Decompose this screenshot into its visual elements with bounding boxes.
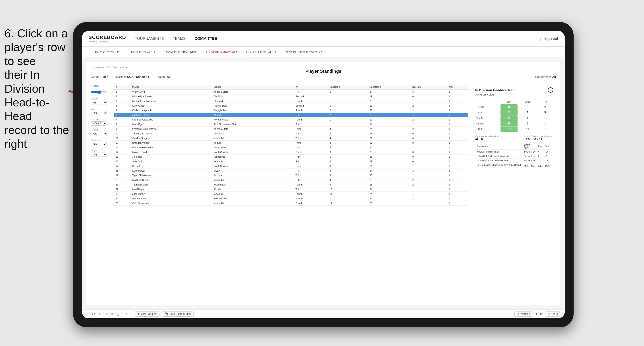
tab-player-summary[interactable]: PLAYER SUMMARY bbox=[202, 47, 242, 57]
cell-player: Mats Ege bbox=[131, 122, 212, 127]
cell-conf: 24 bbox=[368, 187, 411, 192]
table-row[interactable]: 13 Phichaksn Maichon Texas A&M Third 6 3… bbox=[114, 145, 468, 150]
cell-conf: 27 bbox=[368, 103, 411, 108]
table-row[interactable]: 22 Ian Gilligan Florida Third 10 24 1 1 bbox=[114, 187, 468, 192]
sign-out-btn[interactable]: Sign out bbox=[544, 36, 558, 42]
save-custom-btn[interactable]: 💾 Save Custom View bbox=[162, 311, 194, 317]
t-col-pos: Pos bbox=[537, 143, 544, 150]
view-original-btn[interactable]: 👁 View: Original bbox=[135, 311, 160, 317]
table-row[interactable]: 4 Luke Claton Florida State Second 1 27 … bbox=[114, 103, 468, 108]
table-row[interactable]: 6 Jackson Koivun Auburn First 2 20 1 0 bbox=[114, 113, 468, 117]
nav-teams[interactable]: TEAMS bbox=[173, 36, 186, 42]
toolbar-paste[interactable]: 📋 bbox=[116, 312, 120, 316]
cell-rds: 2 bbox=[411, 182, 447, 187]
table-row[interactable]: 25 Cole Sherwood Vanderbilt Fourth 12 23… bbox=[114, 201, 468, 206]
nav-committee[interactable]: COMMITTEE bbox=[194, 36, 217, 42]
cell-rds: 2 bbox=[411, 196, 447, 201]
h2h-cell-tie: 1 bbox=[538, 115, 552, 121]
logo: SCOREBOARD bbox=[88, 34, 126, 40]
toolbar-redo[interactable]: ↪ bbox=[98, 312, 100, 316]
cell-player: Jackson Koivun bbox=[131, 113, 212, 117]
nav-tournaments[interactable]: TOURNAMENTS bbox=[135, 36, 164, 42]
table-row[interactable]: 15 Jake Hall Tennessee Fifth 6 18 0 1 bbox=[114, 155, 468, 159]
cell-player: Tiger Christensen bbox=[131, 173, 212, 178]
tab-player-h2h-heatmap[interactable]: PLAYER H2H HEATMAP bbox=[280, 47, 326, 57]
cell-school: North Carolina bbox=[212, 164, 294, 169]
table-row[interactable]: 2 Michael La Sasso Ole Miss Second 1 19 … bbox=[114, 94, 468, 99]
table-row[interactable]: 12 Brendan Valdes Auburn Third 4 27 0 1 bbox=[114, 141, 468, 145]
toolbar-clock[interactable]: ⏱ bbox=[126, 312, 129, 316]
table-row[interactable]: 18 Luke Powell UCLA First 8 24 1 1 bbox=[114, 169, 468, 173]
table-row[interactable]: 1 Wenyi Ding Arizona State First 1 1 8 1 bbox=[114, 90, 468, 94]
division-select[interactable]: NCAA Division I bbox=[91, 121, 107, 126]
cell-player: David Ford bbox=[131, 164, 212, 169]
table-row[interactable]: 3 Michael Thorbjornsen Stanford Fourth 1… bbox=[114, 99, 468, 103]
cell-rds: 8 bbox=[411, 90, 447, 94]
cell-win: 1 bbox=[447, 192, 468, 196]
cell-yr: First bbox=[294, 90, 328, 94]
table-row[interactable]: 8 Mats Ege East Tennessee State Fifth 1 … bbox=[114, 122, 468, 127]
toolbar-undo[interactable]: ↩ bbox=[86, 312, 89, 316]
cell-rank: 11 bbox=[114, 136, 131, 141]
cell-rds: 0 bbox=[411, 94, 447, 99]
sub-nav: TEAM SUMMARY TEAM H2H GRID TEAM H2H HEAT… bbox=[82, 47, 565, 57]
cell-conf: 30 bbox=[368, 145, 411, 150]
table-row[interactable]: 10 Jacob Mac Diesen Arkansas Fifth 4 25 … bbox=[114, 131, 468, 136]
cell-rds: 1 bbox=[411, 192, 447, 196]
nav-bar: SCOREBOARD Powered by clippi TOURNAMENTS… bbox=[82, 31, 565, 47]
h2h-cell-loss: 4 bbox=[518, 115, 538, 121]
table-row[interactable]: 17 David Ford North Carolina Third 8 21 … bbox=[114, 164, 468, 169]
table-row[interactable]: 16 Alex Goff Kentucky Fifth 8 19 0 1 bbox=[114, 159, 468, 164]
cell-win: 1 bbox=[447, 155, 468, 159]
cell-reg: 1 bbox=[328, 99, 368, 103]
table-row[interactable]: 20 Matthew Riedel Vanderbilt Fifth 9 23 … bbox=[114, 178, 468, 182]
table-row[interactable]: 23 Jack Lundin Missouri Fourth 11 24 1 1 bbox=[114, 192, 468, 196]
toolbar-icon1[interactable]: ⬆ bbox=[535, 312, 538, 316]
table-row[interactable]: 5 Christo Lamprecht Georgia Tech Fourth … bbox=[114, 108, 468, 113]
table-row[interactable]: 21 Taehoon Song Washington Fourth 6 23 2… bbox=[114, 182, 468, 187]
player-select[interactable]: (All) bbox=[91, 153, 107, 157]
table-row[interactable]: 19 Tiger Christensen Arizona Third 8 23 … bbox=[114, 173, 468, 178]
h2h-cell-loss: 11 bbox=[518, 127, 538, 132]
save-label: Save Custom View bbox=[169, 312, 191, 316]
watch-btn[interactable]: 👁 Watch ▾ bbox=[514, 311, 532, 317]
toolbar-undo2[interactable]: ↩ bbox=[92, 312, 95, 316]
cell-rds: 0 bbox=[411, 141, 447, 145]
region-select[interactable]: N/A bbox=[91, 132, 107, 136]
save-icon: 💾 bbox=[164, 312, 168, 316]
tab-team-h2h-heatmap[interactable]: TEAM H2H HEATMAP bbox=[160, 47, 202, 57]
t-col-tournament: Tournament bbox=[475, 143, 523, 150]
tab-player-h2h-grid[interactable]: PLAYER H2H GRID bbox=[242, 47, 280, 57]
cell-rds: 2 bbox=[411, 103, 447, 108]
no-rds-slider[interactable] bbox=[91, 90, 107, 94]
cell-reg: 1 bbox=[328, 94, 368, 99]
cell-school: Washington bbox=[212, 182, 294, 187]
cell-player: Maxwell Ford bbox=[131, 150, 212, 155]
cell-win: 1 bbox=[447, 159, 468, 164]
conference-select[interactable]: (All) bbox=[91, 142, 107, 146]
table-row[interactable]: 7 Nicholas Gabrelick North Florida Fourt… bbox=[114, 117, 468, 122]
tab-team-h2h-grid[interactable]: TEAM H2H GRID bbox=[124, 47, 160, 57]
cell-rank: 12 bbox=[114, 141, 131, 145]
table-row[interactable]: 11 Gordon Sargent Vanderbilt Third 4 21 … bbox=[114, 136, 468, 141]
cell-player: Michael Thorbjornsen bbox=[131, 99, 212, 103]
cell-player: Jacob Mac Diesen bbox=[131, 131, 212, 136]
toolbar-icon2[interactable]: ⊞ bbox=[540, 312, 542, 316]
h2h-col-loss: Loss bbox=[518, 99, 538, 104]
year-select[interactable]: (All) bbox=[91, 111, 107, 115]
tab-team-summary[interactable]: TEAM SUMMARY bbox=[88, 47, 124, 57]
share-label: Share bbox=[551, 312, 558, 316]
cell-rank: 14 bbox=[114, 150, 131, 155]
table-area: # Player School Yr Reg Rank Conf Rank No… bbox=[114, 85, 468, 301]
share-btn[interactable]: ↗ Share bbox=[545, 311, 560, 317]
toolbar-copy[interactable]: ⧉ bbox=[112, 312, 114, 316]
gender-select[interactable]: Men bbox=[91, 101, 107, 105]
cell-rank: 20 bbox=[114, 178, 131, 182]
h2h-close-btn[interactable]: ✕ bbox=[548, 87, 553, 93]
table-row[interactable]: 14 Maxwell Ford North Carolina Third 6 2… bbox=[114, 150, 468, 155]
table-row[interactable]: 24 Bastien Amat New Mexico Fourth 1 27 2… bbox=[114, 196, 468, 201]
cell-yr: Fifth bbox=[294, 155, 328, 159]
cell-conf: 27 bbox=[368, 141, 411, 145]
table-row[interactable]: 9 Preston Summerhays Arizona State Third… bbox=[114, 127, 468, 131]
toolbar-scissor[interactable]: ✂ bbox=[106, 312, 109, 316]
